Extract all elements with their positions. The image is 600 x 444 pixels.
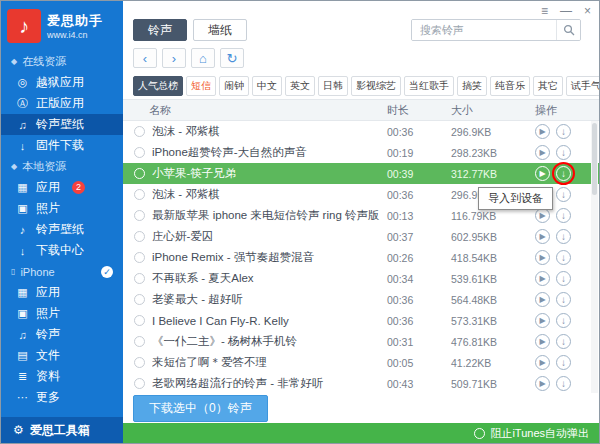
- ringtone-row[interactable]: 庄心妍-爱囚00:37602.95KB▶↓: [123, 226, 599, 247]
- block-itunes-checkbox[interactable]: [474, 428, 485, 439]
- sidebar-item-device-more[interactable]: ⋯更多: [1, 387, 123, 408]
- window-close-button[interactable]: ×: [584, 4, 591, 18]
- download-button[interactable]: ↓: [556, 355, 571, 370]
- select-radio-icon[interactable]: [134, 336, 145, 347]
- search-button[interactable]: [556, 20, 580, 40]
- select-radio-icon[interactable]: [134, 252, 145, 263]
- ringtone-row[interactable]: 老婆最大 - 超好听00:36564.48KB▶↓: [123, 289, 599, 310]
- sidebar-item-device-ringtones[interactable]: ♫铃声: [1, 324, 123, 345]
- play-button[interactable]: ▶: [535, 124, 550, 139]
- select-radio-icon[interactable]: [134, 210, 145, 221]
- ringtone-row[interactable]: 来短信了啊＊爱答不理00:0541.22KB▶↓: [123, 352, 599, 373]
- sidebar-section-local: ◆本地资源: [1, 156, 123, 177]
- play-button[interactable]: ▶: [535, 166, 550, 181]
- download-button[interactable]: ↓: [556, 208, 571, 223]
- forward-button[interactable]: ›: [162, 48, 186, 68]
- category-chinese[interactable]: 中文: [252, 76, 282, 96]
- select-radio-icon[interactable]: [134, 126, 145, 137]
- select-radio-icon[interactable]: [134, 231, 145, 242]
- sidebar-item-download-center[interactable]: ↓下载中心: [1, 240, 123, 261]
- download-button[interactable]: ↓: [556, 313, 571, 328]
- play-button[interactable]: ▶: [535, 145, 550, 160]
- ringtone-row[interactable]: I Believe I Can Fly-R. Kelly00:36573.31K…: [123, 310, 599, 331]
- sidebar-item-local-ringtones-wallpapers[interactable]: ♪铃声壁纸: [1, 219, 123, 240]
- select-radio-icon[interactable]: [134, 357, 145, 368]
- category-sms[interactable]: 短信: [186, 76, 216, 96]
- ringtone-row[interactable]: 老歌网络超流行的铃声 - 非常好听00:43509.71KB▶↓: [123, 373, 599, 393]
- download-button[interactable]: ↓: [556, 124, 571, 139]
- download-button[interactable]: ↓: [556, 229, 571, 244]
- download-button[interactable]: ↓: [556, 250, 571, 265]
- select-radio-icon[interactable]: [134, 189, 145, 200]
- download-button[interactable]: ↓: [556, 187, 571, 202]
- category-try-luck[interactable]: 试手气: [566, 76, 600, 96]
- back-button[interactable]: ‹: [133, 48, 157, 68]
- ringtone-name: 《一仆二主》- 杨树林手机铃: [152, 334, 387, 349]
- ringtone-row[interactable]: 《一仆二主》- 杨树林手机铃00:31476.81KB▶↓: [123, 331, 599, 352]
- category-alarm[interactable]: 闹钟: [219, 76, 249, 96]
- ringtone-row[interactable]: iPhone Remix - 强节奏超赞混音00:26418.54KB▶↓: [123, 247, 599, 268]
- play-button[interactable]: ▶: [535, 208, 550, 223]
- device-connected-check-icon: ✓: [101, 266, 113, 278]
- play-button[interactable]: ▶: [535, 292, 550, 307]
- category-english[interactable]: 英文: [285, 76, 315, 96]
- ringtone-row[interactable]: iPhone超赞铃声-大自然的声音00:19298.23KB▶↓: [123, 142, 599, 163]
- sidebar-item-firmware-download[interactable]: ↓固件下载: [1, 135, 123, 156]
- sidebar-item-local-apps[interactable]: ▦应用2: [1, 177, 123, 198]
- select-radio-icon[interactable]: [134, 147, 145, 158]
- select-radio-icon[interactable]: [134, 168, 145, 179]
- tab-ringtones[interactable]: 铃声: [133, 19, 187, 41]
- sidebar-item-device-files[interactable]: ▤文件: [1, 345, 123, 366]
- scrollbar-thumb[interactable]: [592, 123, 597, 195]
- ringtone-row[interactable]: 泡沫 - 邓紫棋00:36296.9KB▶↓: [123, 121, 599, 142]
- sidebar-item-ringtones-wallpapers[interactable]: ♫铃声壁纸: [1, 114, 123, 135]
- category-top-chart[interactable]: 人气总榜: [133, 76, 183, 96]
- sidebar-item-genuine-apps[interactable]: Ⓐ正版应用: [1, 93, 123, 114]
- download-button[interactable]: ↓: [556, 145, 571, 160]
- home-icon[interactable]: ⌂: [191, 48, 215, 68]
- refresh-icon[interactable]: ↻: [220, 48, 244, 68]
- play-button[interactable]: ▶: [535, 250, 550, 265]
- category-funny[interactable]: 搞笑: [457, 76, 487, 96]
- ringtone-duration: 00:39: [387, 168, 451, 180]
- category-other[interactable]: 其它: [533, 76, 563, 96]
- ringtone-duration: 00:26: [387, 252, 451, 264]
- play-button[interactable]: ▶: [535, 271, 550, 286]
- select-radio-icon[interactable]: [134, 273, 145, 284]
- category-hot-singers[interactable]: 当红歌手: [404, 76, 454, 96]
- category-pure-music[interactable]: 纯音乐: [490, 76, 530, 96]
- tab-wallpapers[interactable]: 墙纸: [193, 19, 247, 41]
- sidebar-section-iphone[interactable]: ▯iPhone✓: [1, 261, 123, 282]
- sidebar-item-device-apps[interactable]: ▦应用: [1, 282, 123, 303]
- select-radio-icon[interactable]: [134, 294, 145, 305]
- play-button[interactable]: ▶: [535, 334, 550, 349]
- ringtone-size: 418.54KB: [451, 252, 535, 264]
- play-button[interactable]: ▶: [535, 229, 550, 244]
- scrollbar[interactable]: [591, 121, 598, 393]
- download-selected-button[interactable]: 下载选中（0）铃声: [133, 395, 268, 422]
- window-menu-button[interactable]: ≡: [541, 4, 548, 18]
- sidebar-item-label: 照片: [36, 200, 60, 217]
- select-radio-icon[interactable]: [134, 315, 145, 326]
- ringtone-row[interactable]: 小苹果-筷子兄弟00:39312.77KB▶↓: [123, 163, 599, 184]
- select-radio-icon[interactable]: [134, 378, 145, 389]
- category-japan-korea[interactable]: 日韩: [318, 76, 348, 96]
- play-button[interactable]: ▶: [535, 355, 550, 370]
- toolbox-button[interactable]: ⚙ 爱思工具箱: [1, 417, 123, 443]
- ringtone-size: 564.48KB: [451, 294, 535, 306]
- category-tv-variety[interactable]: 影视综艺: [351, 76, 401, 96]
- download-button[interactable]: ↓: [556, 271, 571, 286]
- window-minimize-button[interactable]: —: [560, 4, 572, 18]
- sidebar-item-device-photos[interactable]: ▣照片: [1, 303, 123, 324]
- download-button[interactable]: ↓: [556, 334, 571, 349]
- sidebar-item-device-data[interactable]: ≣资料: [1, 366, 123, 387]
- sidebar-item-jailbreak-apps[interactable]: ◎越狱应用: [1, 72, 123, 93]
- play-button[interactable]: ▶: [535, 313, 550, 328]
- download-button[interactable]: ↓: [556, 376, 571, 391]
- download-button[interactable]: ↓: [556, 166, 571, 181]
- ringtone-row[interactable]: 不再联系 - 夏天Alex00:34539.61KB▶↓: [123, 268, 599, 289]
- download-button[interactable]: ↓: [556, 292, 571, 307]
- sidebar-item-local-photos[interactable]: ▣照片: [1, 198, 123, 219]
- play-button[interactable]: ▶: [535, 376, 550, 391]
- search-input[interactable]: [412, 20, 556, 40]
